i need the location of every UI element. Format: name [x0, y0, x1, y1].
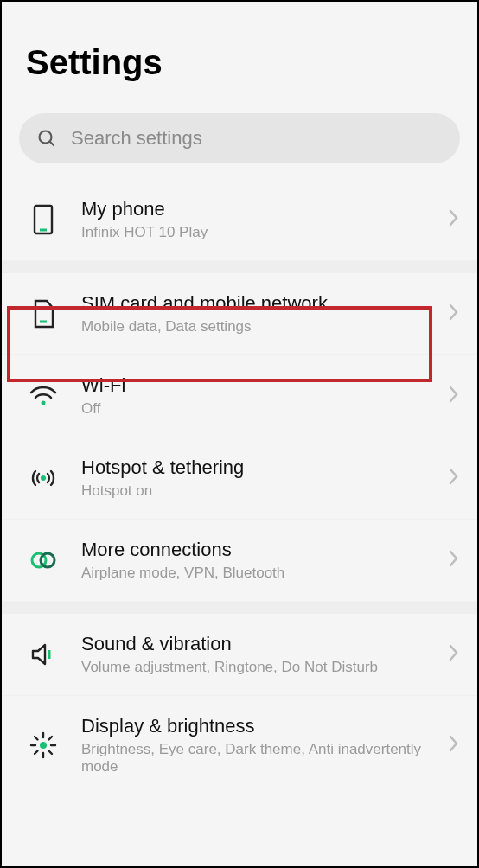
phone-icon: [26, 202, 61, 237]
chevron-right-icon: [448, 549, 460, 571]
search-icon: [36, 128, 57, 149]
item-text: Wi-Fi Off: [81, 374, 427, 418]
svg-point-6: [41, 475, 46, 481]
search-placeholder: Search settings: [71, 127, 202, 150]
item-sub: Volume adjustment, Ringtone, Do Not Dist…: [81, 659, 427, 676]
item-wifi[interactable]: Wi-Fi Off: [2, 355, 477, 437]
chevron-right-icon: [448, 734, 460, 756]
item-sound[interactable]: Sound & vibration Volume adjustment, Rin…: [2, 614, 477, 696]
item-sub: Mobile data, Data settings: [81, 318, 427, 335]
sim-icon: [26, 297, 61, 331]
item-display[interactable]: Display & brightness Brightness, Eye car…: [2, 696, 477, 795]
link-icon: [26, 543, 61, 578]
svg-point-5: [42, 401, 46, 405]
item-text: More connections Airplane mode, VPN, Blu…: [81, 539, 427, 582]
item-sim-network[interactable]: SIM card and mobile network Mobile data,…: [2, 273, 477, 355]
item-title: Wi-Fi: [81, 374, 427, 397]
item-sub: Hotspot on: [81, 482, 427, 500]
group-separator: [2, 602, 477, 614]
item-more-connections[interactable]: More connections Airplane mode, VPN, Blu…: [2, 520, 477, 602]
wifi-icon: [26, 379, 61, 413]
svg-point-8: [41, 553, 54, 567]
item-my-phone[interactable]: My phone Infinix HOT 10 Play: [2, 179, 477, 261]
item-title: More connections: [81, 539, 427, 561]
chevron-right-icon: [448, 643, 460, 666]
speaker-icon: [26, 637, 61, 672]
item-hotspot[interactable]: Hotspot & tethering Hotspot on: [2, 437, 477, 520]
svg-line-18: [49, 737, 53, 740]
item-title: Hotspot & tethering: [81, 456, 427, 479]
item-sub: Brightness, Eye care, Dark theme, Anti i…: [81, 741, 427, 775]
chevron-right-icon: [448, 467, 460, 489]
item-title: My phone: [81, 198, 427, 220]
group-separator: [2, 261, 477, 273]
hotspot-icon: [26, 461, 61, 495]
settings-list: My phone Infinix HOT 10 Play SIM card an…: [2, 179, 477, 795]
item-sub: Infinix HOT 10 Play: [81, 224, 427, 241]
chevron-right-icon: [448, 385, 460, 407]
item-sub: Airplane mode, VPN, Bluetooth: [81, 565, 427, 582]
chevron-right-icon: [448, 303, 460, 325]
svg-line-15: [35, 737, 38, 740]
item-sub: Off: [81, 400, 427, 418]
item-title: Sound & vibration: [81, 633, 427, 655]
svg-line-1: [50, 142, 54, 146]
item-title: SIM card and mobile network: [81, 292, 427, 315]
item-text: Sound & vibration Volume adjustment, Rin…: [81, 633, 427, 676]
page-title: Settings: [2, 2, 477, 103]
search-bar[interactable]: Search settings: [19, 113, 460, 163]
svg-line-16: [49, 751, 53, 755]
item-text: SIM card and mobile network Mobile data,…: [81, 292, 427, 335]
brightness-icon: [26, 728, 61, 763]
item-title: Display & brightness: [81, 715, 427, 737]
svg-point-10: [40, 742, 47, 749]
item-text: Display & brightness Brightness, Eye car…: [81, 715, 427, 775]
svg-line-17: [35, 751, 38, 755]
item-text: My phone Infinix HOT 10 Play: [81, 198, 427, 241]
item-text: Hotspot & tethering Hotspot on: [81, 456, 427, 500]
chevron-right-icon: [448, 208, 460, 231]
